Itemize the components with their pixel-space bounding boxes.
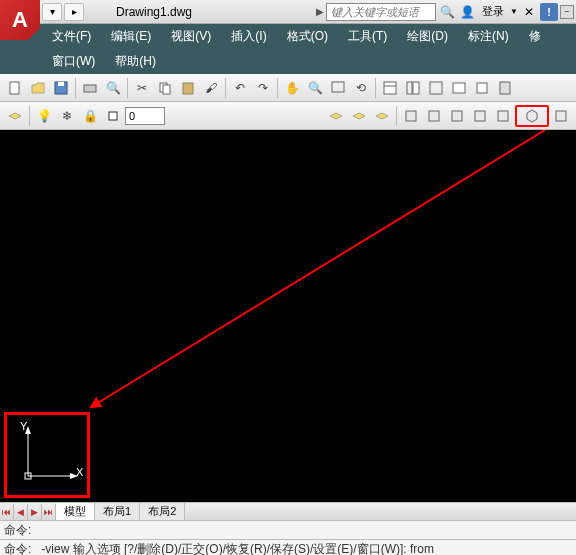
zoom-window-icon[interactable] bbox=[327, 77, 349, 99]
command-input-bar[interactable]: 命令: _-view 输入选项 [?/删除(D)/正交(O)/恢复(R)/保存(… bbox=[0, 539, 576, 555]
view-back-icon[interactable] bbox=[550, 105, 572, 127]
svg-rect-12 bbox=[430, 82, 442, 94]
window-controls: − bbox=[560, 5, 574, 19]
layer-freeze-icon[interactable]: ❄ bbox=[56, 105, 78, 127]
svg-rect-18 bbox=[429, 111, 439, 121]
layer-value: 0 bbox=[129, 110, 135, 122]
layout-prev-icon[interactable]: ◀ bbox=[14, 504, 28, 520]
exchange-icon[interactable]: ✕ bbox=[520, 3, 538, 21]
copy-icon[interactable] bbox=[154, 77, 176, 99]
ucs-icon: Y X bbox=[20, 424, 80, 486]
tab-layout1[interactable]: 布局1 bbox=[95, 503, 140, 520]
tab-layout2[interactable]: 布局2 bbox=[140, 503, 185, 520]
menu-dimension[interactable]: 标注(N) bbox=[458, 24, 519, 49]
menu-modify[interactable]: 修 bbox=[519, 24, 551, 49]
menu-bar: 文件(F) 编辑(E) 视图(V) 插入(I) 格式(O) 工具(T) 绘图(D… bbox=[0, 24, 576, 74]
ucs-x-label: X bbox=[76, 466, 83, 478]
svg-rect-2 bbox=[58, 82, 64, 86]
command-line-1: 命令: bbox=[4, 522, 572, 538]
plot-icon[interactable] bbox=[79, 77, 101, 99]
standard-toolbar: 🔍 ✂ 🖌 ↶ ↷ ✋ 🔍 ⟲ bbox=[0, 74, 576, 102]
view-front-icon[interactable] bbox=[492, 105, 514, 127]
undo-icon[interactable]: ↶ bbox=[229, 77, 251, 99]
svg-rect-14 bbox=[477, 83, 487, 93]
layout-first-icon[interactable]: ⏮ bbox=[0, 504, 14, 520]
menu-help[interactable]: 帮助(H) bbox=[105, 49, 166, 74]
qat-new-icon[interactable]: ▾ bbox=[42, 3, 62, 21]
redo-icon[interactable]: ↷ bbox=[252, 77, 274, 99]
layout-last-icon[interactable]: ⏭ bbox=[42, 504, 56, 520]
svg-rect-8 bbox=[384, 82, 396, 94]
quick-access: ▾ ▸ Drawing1.dwg bbox=[42, 3, 192, 21]
menu-insert[interactable]: 插入(I) bbox=[221, 24, 276, 49]
view-top-icon[interactable] bbox=[400, 105, 422, 127]
search-input[interactable] bbox=[326, 3, 436, 21]
layer-off-icon[interactable]: 💡 bbox=[33, 105, 55, 127]
tp-icon[interactable] bbox=[425, 77, 447, 99]
layers-views-toolbar: 💡 ❄ 🔒 0 bbox=[0, 102, 576, 130]
open-icon[interactable] bbox=[27, 77, 49, 99]
markup-icon[interactable] bbox=[471, 77, 493, 99]
svg-rect-17 bbox=[406, 111, 416, 121]
svg-line-23 bbox=[96, 130, 545, 404]
title-right: ▶ 🔍 👤 登录 ▼ ✕ ! − bbox=[316, 3, 576, 21]
signin-icon[interactable]: 👤 bbox=[458, 3, 476, 21]
dc-icon[interactable] bbox=[402, 77, 424, 99]
svg-rect-16 bbox=[109, 112, 117, 120]
layer-iso-icon[interactable] bbox=[371, 105, 393, 127]
menu-file[interactable]: 文件(F) bbox=[42, 24, 101, 49]
command-text: 命令: _-view 输入选项 [?/删除(D)/正交(O)/恢复(R)/保存(… bbox=[4, 542, 434, 555]
menu-draw[interactable]: 绘图(D) bbox=[397, 24, 458, 49]
svg-rect-7 bbox=[332, 82, 344, 92]
layer-lock-icon[interactable]: 🔒 bbox=[79, 105, 101, 127]
ucs-y-label: Y bbox=[20, 420, 27, 432]
menu-tools[interactable]: 工具(T) bbox=[338, 24, 397, 49]
drawing-canvas[interactable]: Y X bbox=[0, 130, 576, 502]
view-right-icon[interactable] bbox=[469, 105, 491, 127]
menu-format[interactable]: 格式(O) bbox=[277, 24, 338, 49]
match-icon[interactable]: 🖌 bbox=[200, 77, 222, 99]
menu-window[interactable]: 窗口(W) bbox=[42, 49, 105, 74]
layer-state-icon[interactable] bbox=[4, 105, 26, 127]
zoom-prev-icon[interactable]: ⟲ bbox=[350, 77, 372, 99]
login-button[interactable]: 登录 bbox=[478, 4, 508, 19]
layout-next-icon[interactable]: ▶ bbox=[28, 504, 42, 520]
svg-rect-0 bbox=[10, 82, 19, 94]
search-arrow-icon: ▶ bbox=[316, 6, 324, 17]
pan-icon[interactable]: ✋ bbox=[281, 77, 303, 99]
paste-icon[interactable] bbox=[177, 77, 199, 99]
layer-color-icon[interactable] bbox=[102, 105, 124, 127]
layer-match-icon[interactable] bbox=[348, 105, 370, 127]
svg-rect-20 bbox=[475, 111, 485, 121]
properties-icon[interactable] bbox=[379, 77, 401, 99]
svg-rect-22 bbox=[556, 111, 566, 121]
app-logo[interactable]: A bbox=[0, 0, 40, 40]
view-iso-highlighted-icon[interactable] bbox=[515, 105, 549, 127]
svg-rect-5 bbox=[163, 85, 170, 94]
menu-edit[interactable]: 编辑(E) bbox=[101, 24, 161, 49]
menu-view[interactable]: 视图(V) bbox=[161, 24, 221, 49]
layer-prev-icon[interactable] bbox=[325, 105, 347, 127]
ssm-icon[interactable] bbox=[448, 77, 470, 99]
svg-rect-11 bbox=[413, 82, 419, 94]
preview-icon[interactable]: 🔍 bbox=[102, 77, 124, 99]
svg-rect-13 bbox=[453, 83, 465, 93]
minimize-button[interactable]: − bbox=[560, 5, 574, 19]
view-left-icon[interactable] bbox=[446, 105, 468, 127]
svg-rect-10 bbox=[407, 82, 412, 94]
help-button[interactable]: ! bbox=[540, 3, 558, 21]
login-dropdown-icon[interactable]: ▼ bbox=[510, 7, 518, 16]
layout-tabs: ⏮ ◀ ▶ ⏭ 模型 布局1 布局2 bbox=[0, 502, 576, 520]
zoom-icon[interactable]: 🔍 bbox=[304, 77, 326, 99]
view-bottom-icon[interactable] bbox=[423, 105, 445, 127]
document-title: Drawing1.dwg bbox=[116, 5, 192, 19]
layer-combo[interactable]: 0 bbox=[125, 107, 165, 125]
tab-model[interactable]: 模型 bbox=[56, 503, 95, 520]
svg-rect-15 bbox=[500, 82, 510, 94]
qcalc-icon[interactable] bbox=[494, 77, 516, 99]
qat-open-icon[interactable]: ▸ bbox=[64, 3, 84, 21]
search-icon[interactable]: 🔍 bbox=[438, 3, 456, 21]
save-icon[interactable] bbox=[50, 77, 72, 99]
new-icon[interactable] bbox=[4, 77, 26, 99]
cut-icon[interactable]: ✂ bbox=[131, 77, 153, 99]
